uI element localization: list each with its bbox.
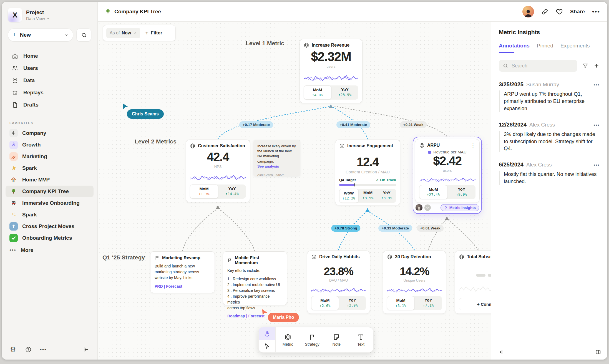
edge-label-moderate[interactable]: +0.17 Moderate (239, 121, 273, 128)
workspace-view-switcher[interactable]: Data View (26, 16, 50, 21)
edge-label-strong[interactable]: +0.78 Strong (331, 225, 360, 232)
stat-mom[interactable]: MoM↓1.3% (190, 184, 218, 199)
favorite-item[interactable]: Home MVP (6, 174, 94, 186)
metric-stats: MoM↑3.1% YoY↑7.1% (387, 296, 442, 310)
copy-link-icon[interactable] (541, 8, 548, 15)
metric-card-drive-daily-habits[interactable]: Drive Daily Habbits 23.8% DAU / MAU MoM↑… (307, 251, 370, 314)
share-button[interactable]: Share (570, 9, 585, 15)
sidebar-ellipsis-icon[interactable]: ••• (40, 346, 47, 353)
split-view-icon[interactable] (595, 349, 601, 355)
strategy-card-marketing-revamp[interactable]: Marketing Revamp Build and launch a new … (150, 251, 215, 293)
metric-card-increase-engagement[interactable]: Increase Engagement 12.4 Content Creatio… (335, 140, 400, 205)
favorite-item[interactable]: Immersive Onboarding (6, 197, 94, 209)
sidebar-nav-item[interactable]: Data (6, 74, 94, 87)
metric-card-total-subscriptions[interactable]: Total Subscript + Connec (455, 251, 491, 314)
stat-wow[interactable]: WoW↑12.3% (339, 189, 359, 203)
strategy-links[interactable]: PRD | Forecast (155, 284, 210, 289)
stat-mom[interactable]: MoM↑3.1% (387, 296, 415, 310)
panel-tab[interactable]: Experiments (560, 43, 590, 53)
sidebar-more[interactable]: ••• More (2, 244, 97, 257)
strategy-card-mobile-first[interactable]: Mobile-First Momentum Key efforts includ… (223, 251, 287, 305)
panel-footer (491, 344, 607, 360)
stat-yoy[interactable]: YoY↑23.9% (331, 85, 359, 100)
stat-yoy[interactable]: YoY↑9.9% (448, 185, 476, 199)
as-of-selector[interactable]: As of Now (106, 28, 140, 38)
annotation-menu-icon[interactable]: ••• (593, 82, 600, 87)
hand-tool[interactable] (259, 327, 275, 340)
metric-card-arpu[interactable]: ARPU⋮ Revenue per MAU $2.42 users MoM↑27… (415, 139, 480, 203)
tool-label: Text (357, 342, 364, 347)
stat-yoy[interactable]: YoY↑3.9% (377, 189, 396, 203)
favorite-item[interactable]: Spark (6, 209, 94, 221)
stat-yoy[interactable]: YoY↑14.4% (218, 184, 246, 199)
search-input[interactable] (511, 63, 573, 69)
sidebar-nav-item[interactable]: Drafts (6, 99, 94, 111)
more-menu-icon[interactable]: ••• (592, 8, 600, 15)
check-tile-icon (9, 234, 18, 242)
add-annotation-icon[interactable] (593, 63, 600, 69)
panel-tab[interactable]: Pinned (537, 43, 553, 53)
panel-title: Metric Insights (499, 29, 600, 36)
tool-button[interactable]: Strategy (300, 327, 324, 352)
kpi-canvas[interactable]: As of Now + Filter Level 1 Metric Level … (98, 22, 491, 360)
favorite-item[interactable]: Spark (6, 162, 94, 174)
workspace-switcher[interactable]: X Project Data View (2, 2, 97, 25)
edge-label-weak[interactable]: +0.01 Weak (417, 225, 444, 232)
filter-icon[interactable] (582, 63, 588, 69)
annotation-item[interactable]: 12/28/2024 Alex Cress ••• 3% drop likely… (499, 122, 600, 152)
sidebar-nav-item[interactable]: Users (6, 62, 94, 74)
metric-card-arpu-selected[interactable]: ARPU⋮ Revenue per MAU $2.42 users MoM↑27… (413, 137, 482, 214)
stat-mom[interactable]: MoM↑27.4% (419, 185, 448, 199)
favorite-heart-icon[interactable] (556, 8, 563, 15)
user-avatar[interactable] (522, 6, 534, 17)
collapse-panel-icon[interactable] (497, 349, 503, 355)
favorite-item[interactable]: Onboarding Metrics (6, 232, 94, 244)
stat-mom[interactable]: MoM↑4.8% (304, 85, 331, 100)
stat-mom[interactable]: MoM↑2.6% (311, 296, 339, 310)
metric-title: Increase Engagement (347, 143, 393, 148)
tool-button[interactable]: Note (324, 327, 349, 352)
metric-insights-button[interactable]: Metric Insights (441, 204, 479, 211)
annotations-search[interactable] (499, 60, 577, 72)
favorite-item[interactable]: Company KPI Tree (6, 186, 94, 197)
card-menu-icon[interactable]: ⋮ (470, 143, 475, 147)
new-button[interactable]: + New (8, 28, 73, 42)
chevron-down-icon[interactable] (64, 33, 69, 37)
note-see-analysis-link[interactable]: See analysis (257, 164, 296, 169)
workspace-subtitle: Data View (26, 16, 45, 21)
help-icon[interactable] (25, 346, 32, 353)
annotation-item[interactable]: 6/25/2024 Alex Cress ••• Mostly flat thi… (499, 161, 600, 185)
edge-label-weak[interactable]: +0.21 Weak (400, 121, 427, 128)
annotation-menu-icon[interactable]: ••• (593, 163, 600, 167)
favorite-item[interactable]: Marketing (6, 151, 94, 162)
sidebar-nav-item[interactable]: Home (6, 50, 94, 62)
favorite-item[interactable]: Growth (6, 139, 94, 151)
metric-card-30-day-retention[interactable]: 30 Day Retention 14.2% Unique Users MoM↑… (383, 251, 446, 314)
panel-tab[interactable]: Annotations (499, 43, 530, 53)
annotation-note-card[interactable]: Increase likely driven by the launch of … (253, 140, 300, 176)
stat-yoy[interactable]: YoY↑3.9% (339, 296, 366, 310)
collapse-sidebar-icon[interactable] (82, 346, 89, 353)
stat-yoy[interactable]: YoY↑7.1% (415, 296, 442, 310)
note-icon (333, 333, 340, 341)
annotation-item[interactable]: 3/25/2025 Susan Murray ••• ARPU went up … (499, 81, 600, 112)
target-label: Q4 Target (339, 178, 356, 182)
metric-card-increase-revenue[interactable]: Increase Revenue $2.32M users MoM↑4.8% Y… (300, 39, 363, 103)
tool-button[interactable]: Metric (276, 327, 300, 352)
gear-icon[interactable]: ⚙ (10, 346, 17, 353)
add-filter-button[interactable]: + Filter (145, 30, 162, 36)
connect-data-button[interactable]: + Connec (459, 298, 491, 310)
favorite-item[interactable]: Company (6, 127, 94, 139)
search-button[interactable] (76, 28, 91, 42)
stat-mom[interactable]: MoM↑3.9% (359, 189, 378, 203)
metric-card-customer-satisfaction[interactable]: Customer Satisfaction 42.4 NPS MoM↓1.3% … (186, 140, 250, 202)
sparkline-chart (387, 284, 442, 296)
sidebar-footer: ⚙ ••• (2, 339, 97, 360)
annotation-menu-icon[interactable]: ••• (593, 123, 600, 127)
favorite-item[interactable]: Cross Project Moves (6, 221, 94, 232)
edge-label-moderate[interactable]: +0.33 Moderate (378, 225, 412, 232)
sidebar-nav-item[interactable]: Replays (6, 87, 94, 99)
select-tool[interactable] (259, 340, 275, 352)
tool-button[interactable]: Text (349, 327, 373, 352)
edge-label-moderate[interactable]: +0.41 Moderate (336, 121, 370, 128)
